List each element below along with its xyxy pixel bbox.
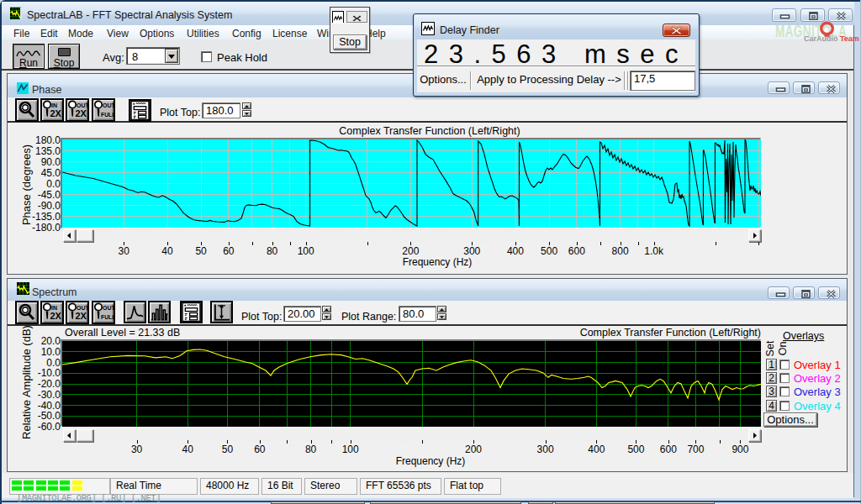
svg-text:OUT: OUT xyxy=(103,305,114,311)
svg-text:OUT: OUT xyxy=(103,102,114,108)
svg-text:2X: 2X xyxy=(75,108,87,118)
svg-text:2X: 2X xyxy=(50,311,61,321)
svg-text:2X: 2X xyxy=(75,311,87,321)
svg-text:2X: 2X xyxy=(50,108,61,118)
svg-text:OUT: OUT xyxy=(77,102,87,108)
svg-text:OUT: OUT xyxy=(77,305,87,311)
svg-text:IN: IN xyxy=(51,305,57,311)
svg-text:FULL: FULL xyxy=(101,111,114,117)
svg-text:IN: IN xyxy=(51,102,57,108)
svg-text:FULL: FULL xyxy=(101,313,114,319)
